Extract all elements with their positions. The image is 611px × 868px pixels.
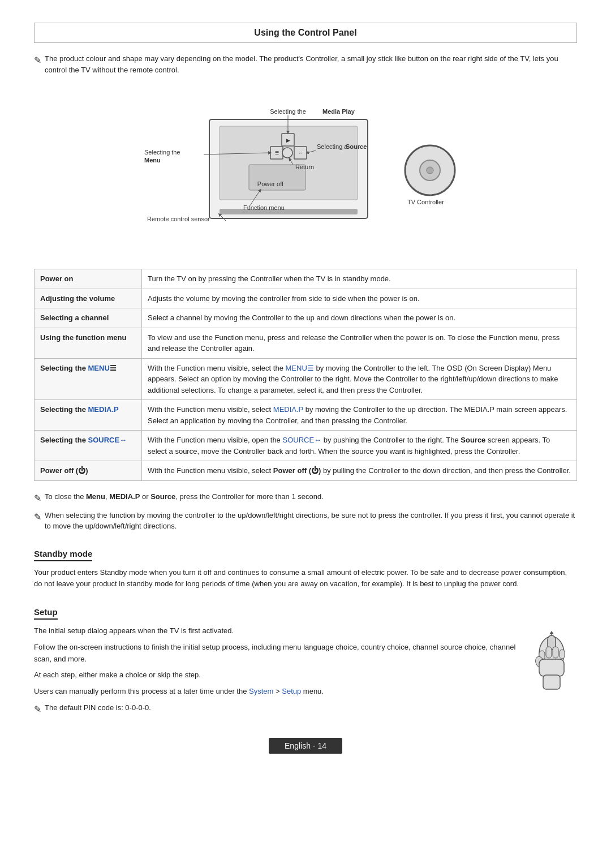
svg-text:Selecting the: Selecting the (270, 108, 306, 115)
mediap-ref: MEDIA.P (273, 405, 303, 414)
row-label: Power off (⏻) (35, 461, 142, 481)
svg-text:Remote control sensor: Remote control sensor (147, 216, 210, 222)
svg-text:TV Controller: TV Controller (407, 199, 444, 205)
page-title-box: Using the Control Panel (34, 23, 577, 43)
poweroff-bold: Power off (⏻) (273, 466, 321, 475)
svg-text:Menu: Menu (144, 157, 161, 164)
hand-illustration (532, 631, 571, 699)
table-row: Selecting the MENU☰ With the Function me… (35, 358, 577, 400)
row-label: Selecting the SOURCE↔ (35, 431, 142, 461)
function-table: Power on Turn the TV on by pressing the … (34, 269, 577, 481)
svg-rect-34 (546, 647, 552, 658)
svg-text:Function menu: Function menu (243, 204, 285, 211)
setup-para3: At each step, either make a choice or sk… (34, 669, 526, 681)
note-icon-2: ✎ (34, 492, 41, 505)
note-icon-3: ✎ (34, 510, 41, 524)
row-label: Adjusting the volume (35, 289, 142, 308)
svg-rect-36 (560, 650, 565, 659)
standby-section: Standby mode Your product enters Standby… (34, 536, 577, 591)
svg-point-13 (427, 167, 433, 174)
svg-text:↔: ↔ (298, 151, 303, 156)
svg-rect-35 (553, 647, 558, 658)
mediap-highlight: MEDIA.P (88, 405, 119, 414)
svg-text:Selecting the: Selecting the (144, 149, 180, 156)
svg-text:☰: ☰ (275, 151, 279, 156)
note-icon-1: ✎ (34, 54, 41, 67)
row-description: With the Function menu visible, select t… (142, 358, 577, 400)
standby-title: Standby mode (34, 549, 92, 561)
row-description: To view and use the Function menu, press… (142, 328, 577, 358)
row-label: Using the function menu (35, 328, 142, 358)
table-row: Power off (⏻) With the Function menu vis… (35, 461, 577, 481)
table-row: Power on Turn the TV on by pressing the … (35, 269, 577, 289)
setup-para2: Follow the on-screen instructions to fin… (34, 642, 526, 665)
setup-para1: The initial setup dialog appears when th… (34, 625, 526, 637)
svg-point-6 (282, 148, 292, 158)
row-description: Adjusts the volume by moving the control… (142, 289, 577, 308)
row-label: Power on (35, 269, 142, 289)
svg-text:Selecting a: Selecting a (317, 143, 348, 150)
setup-content: The initial setup dialog appears when th… (34, 625, 526, 721)
setup-note-text: The default PIN code is: 0-0-0-0. (45, 702, 151, 714)
footer: English - 14 (34, 738, 577, 754)
row-description: Turn the TV on by pressing the Controlle… (142, 269, 577, 289)
setup-content-row: The initial setup dialog appears when th… (34, 625, 577, 721)
row-label: Selecting a channel (35, 308, 142, 328)
system-link: System (249, 687, 273, 695)
setup-section: Setup The initial setup dialog appears w… (34, 595, 577, 721)
note-2-text: To close the Menu, MEDIA.P or Source, pr… (45, 491, 324, 502)
setup-note: ✎ The default PIN code is: 0-0-0-0. (34, 702, 526, 716)
row-description: With the Function menu visible, select M… (142, 400, 577, 431)
setup-link: Setup (282, 687, 301, 695)
row-description: With the Function menu visible, open the… (142, 431, 577, 461)
power-icon: (⏻) (76, 466, 88, 475)
note-icon-4: ✎ (34, 703, 41, 716)
table-row: Selecting the MEDIA.P With the Function … (35, 400, 577, 431)
menu-icon: ☰ (110, 364, 117, 372)
setup-illustration (526, 625, 577, 699)
standby-text: Your product enters Standby mode when yo… (34, 567, 577, 591)
note-1: ✎ The product colour and shape may vary … (34, 53, 577, 75)
svg-marker-41 (549, 631, 554, 634)
diagram-area: ☰ ↔ ▶ Selecting the Media Play Selecting… (34, 85, 577, 255)
svg-text:Source: Source (346, 143, 367, 150)
svg-rect-3 (220, 209, 358, 214)
row-description: Select a channel by moving the Controlle… (142, 308, 577, 328)
row-label: Selecting the MENU☰ (35, 358, 142, 400)
svg-text:▶: ▶ (286, 137, 290, 143)
table-row: Using the function menu To view and use … (35, 328, 577, 358)
page-title: Using the Control Panel (254, 28, 356, 37)
table-row: Selecting a channel Select a channel by … (35, 308, 577, 328)
row-label: Selecting the MEDIA.P (35, 400, 142, 431)
note-3: ✎ When selecting the function by moving … (34, 510, 577, 532)
setup-para4: Users can manually perform this process … (34, 686, 526, 698)
table-row: Selecting the SOURCE↔ With the Function … (35, 431, 577, 461)
note-1-text: The product colour and shape may vary de… (45, 53, 577, 75)
source-ref: SOURCE↔ (282, 436, 321, 444)
svg-text:Power off: Power off (257, 181, 284, 187)
svg-text:Return: Return (295, 164, 314, 170)
note-2: ✎ To close the Menu, MEDIA.P or Source, … (34, 491, 577, 505)
table-row: Adjusting the volume Adjusts the volume … (35, 289, 577, 308)
note-3-text: When selecting the function by moving th… (45, 510, 577, 532)
source-bold: Source (461, 436, 485, 444)
svg-rect-39 (543, 675, 560, 689)
setup-title: Setup (34, 607, 58, 620)
menu-ref: MENU☰ (286, 364, 314, 372)
footer-label: English - 14 (269, 738, 342, 754)
menu-highlight: MENU (88, 364, 110, 372)
control-panel-diagram: ☰ ↔ ▶ Selecting the Media Play Selecting… (136, 85, 475, 255)
page-container: Using the Control Panel ✎ The product co… (34, 23, 577, 754)
svg-text:Media Play: Media Play (322, 108, 355, 115)
svg-rect-38 (539, 659, 564, 676)
row-description: With the Function menu visible, select P… (142, 461, 577, 481)
source-highlight: SOURCE↔ (88, 436, 127, 444)
